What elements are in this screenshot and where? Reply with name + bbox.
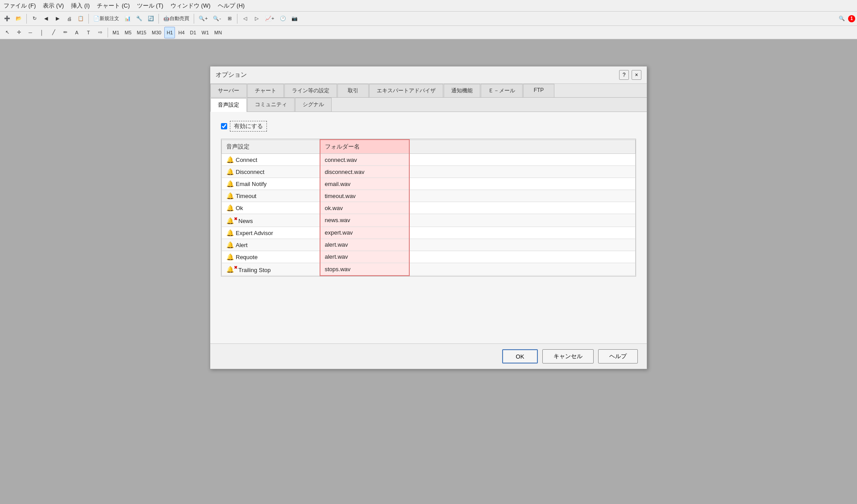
- sound-file-cell[interactable]: ok.wav: [320, 202, 409, 214]
- sound-file-cell[interactable]: stops.wav: [320, 263, 409, 276]
- crosshair-btn[interactable]: ✛: [13, 27, 24, 38]
- auto-trade-btn[interactable]: 🤖 自動売買: [161, 13, 191, 25]
- table-row[interactable]: 🔔Okok.wav: [222, 202, 636, 214]
- bell-icon: 🔔: [226, 253, 234, 260]
- vline-btn[interactable]: │: [37, 27, 47, 38]
- tab-ftp[interactable]: FTP: [523, 84, 554, 97]
- grid-btn[interactable]: ⊞: [224, 13, 235, 25]
- tab-trade[interactable]: 取引: [337, 84, 369, 97]
- zoom-in-btn[interactable]: 🔍+: [196, 13, 210, 25]
- sound-extra-cell: [409, 227, 636, 239]
- menu-view[interactable]: 表示 (V): [43, 2, 64, 10]
- close-button[interactable]: ×: [632, 70, 641, 80]
- menu-tools[interactable]: ツール (T): [137, 2, 163, 10]
- sound-name-label: Expert Advisor: [236, 230, 273, 236]
- tf-d1[interactable]: D1: [188, 27, 199, 38]
- tf-h1[interactable]: H1: [164, 27, 175, 38]
- help-footer-button[interactable]: ヘルプ: [598, 349, 638, 364]
- tf-mn[interactable]: MN: [212, 27, 224, 38]
- menu-bar: ファイル (F) 表示 (V) 挿入 (I) チャート (C) ツール (T) …: [0, 0, 857, 12]
- tf-m30[interactable]: M30: [150, 27, 163, 38]
- dialog-content: 有効にする 音声設定 フォルダー名 🔔Connectconnect.wav🔔Di…: [210, 112, 647, 343]
- tf-m15[interactable]: M15: [135, 27, 149, 38]
- sound-file-cell[interactable]: expert.wav: [320, 227, 409, 239]
- hline-btn[interactable]: ─: [25, 27, 36, 38]
- tf-m5[interactable]: M5: [122, 27, 133, 38]
- sound-file-cell[interactable]: email.wav: [320, 178, 409, 190]
- refresh-btn[interactable]: ↻: [29, 13, 40, 25]
- history-btn[interactable]: 📊: [122, 13, 133, 25]
- dialog-footer: OK キャンセル ヘルプ: [210, 343, 647, 369]
- something-btn[interactable]: 🔧: [134, 13, 145, 25]
- table-row[interactable]: 🔔Expert Advisorexpert.wav: [222, 227, 636, 239]
- print-btn[interactable]: 🖨: [64, 13, 75, 25]
- scroll-left-btn[interactable]: ◁: [240, 13, 250, 25]
- ok-button[interactable]: OK: [502, 349, 538, 364]
- table-row[interactable]: 🔔Disconnectdisconnect.wav: [222, 166, 636, 178]
- tf-m1[interactable]: M1: [110, 27, 121, 38]
- tab-server[interactable]: サーバー: [210, 84, 247, 97]
- clock-btn[interactable]: 🕐: [278, 13, 288, 25]
- table-row[interactable]: 🔔Requotealert.wav: [222, 251, 636, 263]
- menu-window[interactable]: ウィンドウ (W): [171, 2, 211, 10]
- tf-h4[interactable]: H4: [176, 27, 187, 38]
- menu-help[interactable]: ヘルプ (H): [218, 2, 245, 10]
- menu-chart[interactable]: チャート (C): [97, 2, 130, 10]
- sound-name-cell: 🔔Email Notify: [222, 178, 320, 190]
- arrow-btn[interactable]: ⇨: [95, 27, 105, 38]
- cursor-btn[interactable]: ↖: [2, 27, 12, 38]
- sound-file-cell[interactable]: disconnect.wav: [320, 166, 409, 178]
- open-btn[interactable]: 📂: [13, 13, 24, 25]
- something2-btn[interactable]: 🔄: [146, 13, 156, 25]
- table-row[interactable]: 🔔✖Newsnews.wav: [222, 214, 636, 227]
- tab-community[interactable]: コミュニティ: [247, 98, 295, 112]
- scroll-right-btn[interactable]: ▷: [251, 13, 262, 25]
- sound-file-cell[interactable]: alert.wav: [320, 251, 409, 263]
- tab-chart[interactable]: チャート: [247, 84, 284, 97]
- table-row[interactable]: 🔔Email Notifyemail.wav: [222, 178, 636, 190]
- help-button[interactable]: ?: [619, 70, 629, 80]
- sound-file-cell[interactable]: connect.wav: [320, 154, 409, 166]
- tab-email[interactable]: Ｅ－メール: [481, 84, 523, 97]
- table-row[interactable]: 🔔Alertalert.wav: [222, 239, 636, 251]
- tab-line-settings[interactable]: ライン等の設定: [284, 84, 337, 97]
- text-btn[interactable]: A: [71, 27, 82, 38]
- bell-icon: 🔔: [226, 180, 234, 187]
- enable-label[interactable]: 有効にする: [230, 121, 267, 132]
- zoom-out-btn[interactable]: 🔍-: [211, 13, 223, 25]
- trendline-btn[interactable]: ╱: [48, 27, 59, 38]
- search-global-btn[interactable]: 🔍: [836, 13, 847, 25]
- screenshot-btn[interactable]: 📷: [289, 13, 300, 25]
- tf-w1[interactable]: W1: [200, 27, 212, 38]
- sound-extra-cell: [409, 202, 636, 214]
- tab-sound-settings[interactable]: 音声設定: [210, 98, 247, 112]
- indicator-btn[interactable]: 📈+: [263, 13, 276, 25]
- table-row[interactable]: 🔔Connectconnect.wav: [222, 154, 636, 166]
- table-row[interactable]: 🔔Timeouttimeout.wav: [222, 190, 636, 202]
- tab-notification[interactable]: 通知機能: [444, 84, 480, 97]
- sound-file-cell[interactable]: alert.wav: [320, 239, 409, 251]
- pencil-btn[interactable]: ✏: [60, 27, 71, 38]
- forward-btn[interactable]: ▶: [52, 13, 63, 25]
- menu-file[interactable]: ファイル (F): [4, 2, 36, 10]
- enable-row: 有効にする: [221, 121, 636, 132]
- sound-name-cell: 🔔✖Trailing Stop: [222, 263, 320, 276]
- bell-icon: 🔔: [226, 241, 234, 248]
- tab-expert-advisor[interactable]: エキスパートアドバイザ: [369, 84, 443, 97]
- enable-checkbox[interactable]: [221, 123, 227, 129]
- notification-badge[interactable]: 1: [848, 15, 855, 22]
- tab-signal[interactable]: シグナル: [295, 98, 332, 112]
- table-row[interactable]: 🔔✖Trailing Stopstops.wav: [222, 263, 636, 276]
- new-btn[interactable]: ➕: [2, 13, 12, 25]
- label-btn[interactable]: T: [83, 27, 94, 38]
- back-btn[interactable]: ◀: [41, 13, 51, 25]
- sound-file-cell[interactable]: news.wav: [320, 214, 409, 227]
- cancel-button[interactable]: キャンセル: [542, 349, 594, 364]
- new-order-btn[interactable]: 📄新規注文: [91, 13, 121, 25]
- sound-file-cell[interactable]: timeout.wav: [320, 190, 409, 202]
- tabs-row1: サーバー チャート ライン等の設定 取引 エキスパートアドバイザ 通知機能 Ｅ－…: [210, 84, 647, 98]
- menu-insert[interactable]: 挿入 (I): [71, 2, 90, 10]
- col-sound-header: 音声設定: [222, 140, 320, 154]
- print2-btn[interactable]: 📋: [75, 13, 86, 25]
- sound-table-wrapper: 音声設定 フォルダー名 🔔Connectconnect.wav🔔Disconne…: [221, 139, 636, 277]
